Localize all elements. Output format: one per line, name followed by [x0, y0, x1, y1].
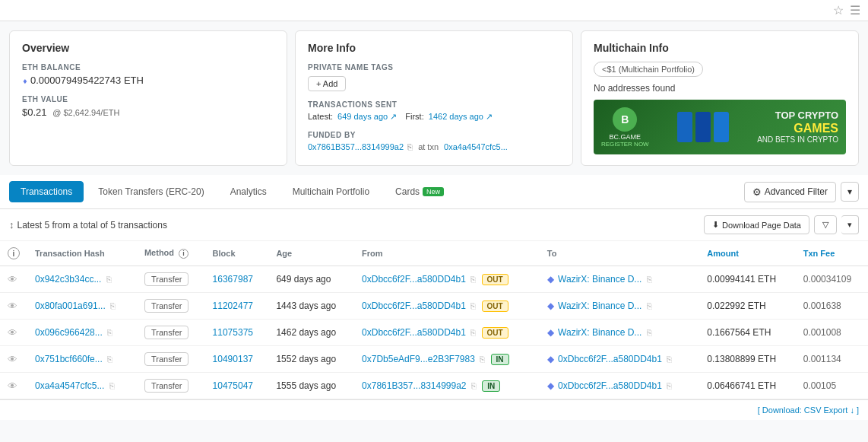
add-tag-button[interactable]: + Add [308, 76, 346, 91]
copy-to-icon[interactable]: ⎘ [647, 328, 652, 337]
tx-hash-link[interactable]: 0x942c3b34cc... [35, 274, 101, 285]
block-link[interactable]: 11075375 [213, 327, 253, 338]
method-badge: Transfer [144, 272, 189, 286]
eye-icon[interactable]: 👁 [8, 300, 17, 312]
footer-bar: [ Download: CSV Export ↓ ] [0, 399, 868, 420]
col-age: Age [268, 241, 354, 266]
tab-cards[interactable]: Cards New [384, 181, 455, 202]
to-link[interactable]: WazirX: Binance D... [558, 274, 641, 285]
to-link[interactable]: WazirX: Binance D... [558, 327, 641, 338]
copy-hash-icon[interactable]: ⎘ [110, 301, 116, 310]
row-block-cell: 11075375 [205, 320, 269, 346]
download-page-data-button[interactable]: ⬇ Download Page Data [704, 215, 809, 234]
tx-hash-link[interactable]: 0x096c966428... [35, 327, 103, 338]
method-info-icon[interactable]: i [179, 249, 188, 259]
ad-register-label: REGISTER NOW [601, 141, 649, 148]
copy-funded-icon[interactable]: ⎘ [407, 142, 413, 151]
tab-transactions[interactable]: Transactions [9, 181, 84, 202]
copy-from-icon[interactable]: ⎘ [471, 381, 477, 390]
tx-hash-link[interactable]: 0x80fa001a691... [35, 300, 106, 311]
eye-icon[interactable]: 👁 [8, 380, 17, 392]
ad-bets-text: AND BETS IN CRYPTO [757, 135, 838, 145]
row-hash-cell: 0x096c966428... ⎘ [27, 320, 137, 346]
ad-banner[interactable]: B BC.GAME REGISTER NOW TOP CRYPTO GAMES … [594, 100, 846, 154]
from-link[interactable]: 0xDbcc6f2F...a580DD4b1 [362, 274, 466, 285]
funded-txn-link[interactable]: 0xa4a4547cfc5... [444, 142, 508, 151]
dropdown-button[interactable]: ▾ [841, 182, 859, 202]
advanced-filter-button[interactable]: ⚙ Advanced Filter [744, 182, 836, 202]
block-link[interactable]: 10490137 [213, 354, 253, 364]
copy-from-icon[interactable]: ⎘ [470, 275, 476, 284]
tab-multichain-portfolio[interactable]: Multichain Portfolio [281, 181, 381, 202]
download-icon: ⬇ [712, 220, 719, 230]
from-link[interactable]: 0xDbcc6f2F...a580DD4b1 [362, 300, 466, 311]
table-container: i Transaction Hash Method i Block Age Fr… [0, 241, 868, 399]
star-icon[interactable]: ☆ [833, 3, 844, 17]
diamond-icon: ◆ [547, 274, 554, 285]
row-to-cell: ◆ WazirX: Binance D... ⎘ [540, 266, 700, 293]
at-txn-label: at txn [418, 142, 439, 151]
copy-hash-icon[interactable]: ⎘ [106, 275, 112, 284]
row-age-cell: 1552 days ago [268, 346, 354, 373]
copy-to-icon[interactable]: ⎘ [647, 275, 652, 284]
direction-badge: IN [482, 380, 500, 392]
tx-hash-link[interactable]: 0xa4a4547cfc5... [35, 380, 104, 391]
menu-icon[interactable]: ☰ [850, 3, 860, 17]
copy-hash-icon[interactable]: ⎘ [107, 355, 112, 364]
copy-from-icon[interactable]: ⎘ [470, 301, 476, 310]
latest-link[interactable]: 649 days ago [337, 112, 388, 121]
copy-to-icon[interactable]: ⎘ [647, 301, 652, 310]
row-block-cell: 10490137 [205, 346, 269, 373]
row-amount-cell: 0.00994141 ETH [699, 266, 795, 293]
copy-from-icon[interactable]: ⎘ [470, 328, 476, 337]
funded-by-label: FUNDED BY [308, 131, 560, 139]
method-badge: Transfer [144, 299, 189, 313]
copy-to-icon[interactable]: ⎘ [667, 381, 672, 390]
tx-hash-link[interactable]: 0x751bcf660fe... [35, 354, 103, 364]
row-block-cell: 16367987 [205, 266, 269, 293]
to-link[interactable]: WazirX: Binance D... [558, 300, 641, 311]
row-eye-cell: 👁 [0, 266, 27, 293]
tab-token-transfers[interactable]: Token Transfers (ERC-20) [87, 181, 215, 202]
row-hash-cell: 0x942c3b34cc... ⎘ [27, 266, 137, 293]
row-block-cell: 10475047 [205, 373, 269, 399]
table-filter-button[interactable]: ▽ [814, 215, 837, 234]
block-link[interactable]: 10475047 [213, 380, 253, 391]
eye-icon[interactable]: 👁 [8, 327, 17, 339]
from-link[interactable]: 0x7861B357...8314999a2 [362, 380, 466, 391]
row-method-cell: Transfer [137, 266, 205, 293]
funded-address-link[interactable]: 0x7861B357...8314999a2 [308, 142, 404, 151]
direction-badge: OUT [482, 327, 508, 339]
row-amount-cell: 0.13808899 ETH [699, 346, 795, 373]
eth-balance-label: ETH BALANCE [22, 63, 274, 72]
filter-symbol-icon: ⚙ [752, 186, 762, 198]
info-circle-header[interactable]: i [8, 247, 20, 259]
multichain-panel: Multichain Info <$1 (Multichain Portfoli… [581, 30, 859, 166]
row-age-cell: 1462 days ago [268, 320, 354, 346]
diamond-icon: ◆ [547, 300, 554, 311]
copy-hash-icon[interactable]: ⎘ [107, 328, 112, 337]
info-panels: Overview ETH BALANCE ⬧ 0.000079495422743… [0, 21, 868, 175]
to-link[interactable]: 0xDbcc6f2F...a580DD4b1 [558, 354, 662, 364]
first-link[interactable]: 1462 days ago [429, 112, 483, 121]
eye-icon[interactable]: 👁 [8, 354, 17, 365]
ad-games-text: GAMES [757, 121, 838, 135]
copy-to-icon[interactable]: ⎘ [667, 355, 672, 364]
row-hash-cell: 0x751bcf660fe... ⎘ [27, 346, 137, 373]
eye-icon[interactable]: 👁 [8, 274, 17, 285]
row-block-cell: 11202477 [205, 293, 269, 320]
multichain-title: Multichain Info [594, 42, 846, 54]
to-link[interactable]: 0xDbcc6f2F...a580DD4b1 [558, 380, 662, 391]
col-from: From [354, 241, 540, 266]
csv-export-link[interactable]: [ Download: CSV Export ↓ ] [758, 405, 859, 415]
row-method-cell: Transfer [137, 373, 205, 399]
multichain-badge[interactable]: <$1 (Multichain Portfolio) [594, 62, 703, 77]
table-filter-dropdown-button[interactable]: ▾ [841, 215, 859, 234]
copy-hash-icon[interactable]: ⎘ [109, 381, 115, 390]
tab-analytics[interactable]: Analytics [219, 181, 278, 202]
copy-from-icon[interactable]: ⎘ [480, 355, 485, 364]
block-link[interactable]: 11202477 [213, 300, 253, 311]
from-link[interactable]: 0xDbcc6f2F...a580DD4b1 [362, 327, 466, 338]
block-link[interactable]: 16367987 [213, 274, 253, 285]
from-link[interactable]: 0x7Db5eAdF9...e2B3F7983 [362, 354, 475, 364]
